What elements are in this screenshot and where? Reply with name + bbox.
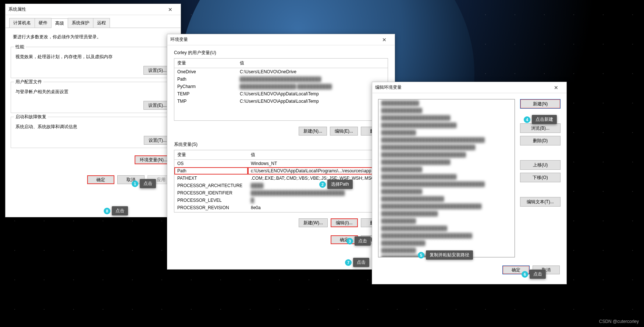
list-item[interactable]: █████████████████████████████████: [378, 180, 515, 188]
editenv-new-button[interactable]: 新建(N): [520, 99, 561, 109]
editenv-up-button[interactable]: 上移(U): [520, 160, 561, 170]
annot-6: 6 点击: [522, 270, 546, 279]
envvars-titlebar: 环境变量 ✕: [167, 34, 395, 45]
table-row[interactable]: PROCESSOR_IDENTIFIER████████████████████…: [174, 189, 388, 197]
list-item[interactable]: ████████████████████████████████: [378, 203, 515, 210]
list-item[interactable]: ██████████████████████████████: [378, 144, 515, 151]
list-item[interactable]: █████████████████████: [378, 225, 515, 232]
tab-hardware[interactable]: 硬件: [35, 18, 51, 28]
list-item[interactable]: ████████████████████████: [378, 122, 515, 129]
sysprops-tabs: 计算机名 硬件 高级 系统保护 远程: [6, 15, 181, 28]
annot-1: 1 点击: [132, 179, 156, 188]
tab-remote[interactable]: 远程: [93, 18, 110, 28]
list-item[interactable]: ████████████████████████: [378, 173, 515, 180]
list-item[interactable]: ██████████████: [378, 239, 515, 247]
tab-system-protection[interactable]: 系统保护: [68, 18, 93, 28]
annot-8: 8 点击: [104, 206, 128, 215]
annot-5: 5 复制并粘贴安装路径: [418, 250, 473, 260]
table-row[interactable]: TMPC:\Users\LENOVO\AppData\Local\Temp: [174, 98, 388, 105]
sys-vars-table[interactable]: 变量 值 OSWindows_NTPathc:\Users\LENOVO\App…: [174, 150, 388, 211]
list-item[interactable]: ████████████: [378, 99, 515, 107]
table-row[interactable]: OneDriveC:\Users\LENOVO\OneDrive: [174, 68, 388, 76]
col-value[interactable]: 值: [248, 150, 388, 160]
user-edit-button[interactable]: 编辑(E)...: [330, 127, 358, 136]
startup-legend: 启动和故障恢复: [14, 114, 48, 120]
perf-section: 性能 视觉效果，处理器计划，内存使用，以及虚拟内存 设置(S)...: [11, 47, 175, 78]
perf-desc: 视觉效果，处理器计划，内存使用，以及虚拟内存: [11, 52, 175, 64]
editenv-title: 编辑环境变量: [375, 84, 549, 91]
admin-note: 要进行大多数更改，你必须作为管理员登录。: [6, 28, 181, 43]
profiles-desc: 与登录帐户相关的桌面设置: [11, 87, 175, 99]
list-item[interactable]: ██████████████████: [378, 210, 515, 217]
tab-advanced[interactable]: 高级: [51, 18, 68, 28]
list-item[interactable]: ████████████████████: [378, 195, 515, 203]
profiles-section: 用户配置文件 与登录帐户相关的桌面设置 设置(E)...: [11, 82, 175, 113]
table-row[interactable]: PATHEXT.COM;.EXE;.BAT;.CMD;.VBS;.VBE;.JS…: [174, 175, 388, 182]
sys-edit-button[interactable]: 编辑(I)...: [331, 218, 358, 227]
table-row[interactable]: OSWindows_NT: [174, 160, 388, 168]
tab-computer-name[interactable]: 计算机名: [9, 18, 35, 28]
list-item[interactable]: ███████████: [378, 217, 515, 225]
annot-4: 4 点击新建: [524, 115, 557, 124]
list-item[interactable]: ██████████████████████: [378, 158, 515, 166]
perf-legend: 性能: [14, 44, 26, 50]
table-row[interactable]: PROCESSOR_REVISION8e0a: [174, 204, 388, 211]
table-row[interactable]: Path██████████████████████████: [174, 75, 388, 83]
col-name[interactable]: 变量: [174, 59, 237, 68]
annot-3: 3 点击: [346, 236, 371, 246]
startup-desc: 系统启动、系统故障和调试信息: [11, 122, 175, 134]
list-item[interactable]: █████████████: [378, 166, 515, 173]
sysprops-titlebar: 系统属性 ✕: [6, 4, 181, 15]
editenv-down-button[interactable]: 下移(O): [520, 173, 561, 182]
user-vars-table[interactable]: 变量 值 OneDriveC:\Users\LENOVO\OneDrivePat…: [174, 59, 388, 105]
close-icon[interactable]: ✕: [377, 35, 392, 45]
col-name[interactable]: 变量: [174, 150, 248, 160]
watermark: CSDN @cutercorley: [599, 319, 639, 324]
table-row[interactable]: PROCESSOR_ARCHITECTURE████: [174, 182, 388, 189]
list-item[interactable]: █████████████████████████████: [378, 232, 515, 239]
annot-7: 7 点击: [345, 258, 369, 267]
sysprops-ok-button[interactable]: 确定: [87, 175, 114, 184]
list-item[interactable]: █████████████: [378, 188, 515, 195]
list-item[interactable]: ███████████████████████████: [378, 151, 515, 158]
sys-new-button[interactable]: 新建(W)...: [299, 218, 328, 227]
user-vars-legend: Corley 的用户变量(U): [174, 50, 388, 56]
table-row[interactable]: PROCESSOR_LEVEL█: [174, 197, 388, 204]
list-item[interactable]: ███████████: [378, 129, 515, 136]
editenv-edittext-button[interactable]: 编辑文本(T)...: [520, 197, 561, 207]
sysprops-title: 系统属性: [8, 6, 163, 13]
user-new-button[interactable]: 新建(N)...: [299, 127, 327, 136]
envvars-title: 环境变量: [170, 36, 377, 43]
table-row[interactable]: TEMPC:\Users\LENOVO\AppData\Local\Temp: [174, 90, 388, 98]
editenv-titlebar: 编辑环境变量 ✕: [372, 82, 566, 93]
list-item[interactable]: ██████████████████████: [378, 114, 515, 122]
close-icon[interactable]: ✕: [549, 82, 563, 93]
table-row[interactable]: PyCharm██████████████████ ███████████: [174, 83, 388, 90]
path-listbox[interactable]: ████████████████████████████████████████…: [378, 99, 515, 257]
close-icon[interactable]: ✕: [163, 4, 178, 15]
editenv-delete-button[interactable]: 删除(D): [520, 136, 561, 145]
profiles-legend: 用户配置文件: [14, 79, 43, 85]
col-value[interactable]: 值: [237, 59, 388, 68]
env-vars-window: 环境变量 ✕ Corley 的用户变量(U) 变量 值 OneDriveC:\U…: [167, 34, 395, 270]
annot-2: 2 选择Path: [319, 180, 353, 189]
sys-vars-legend: 系统变量(S): [174, 141, 388, 148]
list-item[interactable]: █████████████: [378, 107, 515, 114]
list-item[interactable]: █████████████████████████████████: [378, 136, 515, 144]
startup-section: 启动和故障恢复 系统启动、系统故障和调试信息 设置(T)...: [11, 117, 175, 148]
table-row[interactable]: Pathc:\Users\LENOVO\AppData\Local\Progra…: [174, 167, 388, 175]
editenv-browse-button[interactable]: 浏览(B)...: [520, 123, 561, 133]
